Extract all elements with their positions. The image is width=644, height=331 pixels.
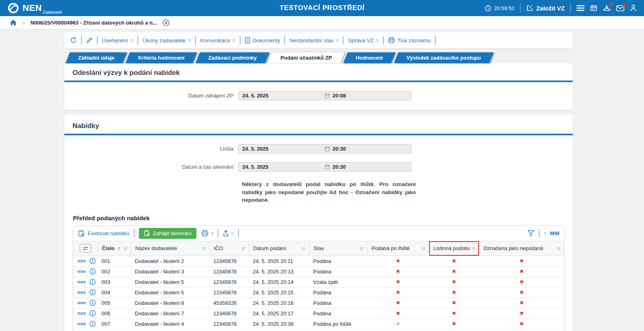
- oteviani-field[interactable]: 24. 5. 2025 20:30: [238, 162, 411, 172]
- notification-dot: [623, 4, 626, 7]
- chevron-down-icon[interactable]: ▽: [544, 232, 547, 236]
- offers-table-header: Číslo↑▽Název dodavatele▽IČO▽Datum podání…: [73, 241, 564, 256]
- menu-sprava-vz[interactable]: Správa VZ▽: [348, 37, 379, 43]
- tab-1[interactable]: Základní údaje: [68, 52, 125, 63]
- row-menu-icon[interactable]: [77, 260, 86, 263]
- table-row[interactable]: 006 Dodavatel - školení 7 12345678 24. 5…: [73, 308, 564, 319]
- cell-podana-po-lhute: ✖: [367, 300, 429, 306]
- calendar-small-icon: [325, 164, 330, 170]
- divider: [97, 36, 97, 44]
- offers-title: Přehled podaných nabídek: [73, 215, 573, 221]
- user-profile-button[interactable]: [630, 4, 637, 12]
- cell-cislo: 004: [97, 290, 131, 296]
- chevron-down-icon: ▽: [130, 39, 133, 43]
- row-menu-icon[interactable]: [77, 312, 86, 315]
- row-info-icon[interactable]: [89, 289, 96, 296]
- breadcrumb-item[interactable]: N006/25/V00004963 - Zřízení datových okr…: [31, 20, 157, 26]
- table-row[interactable]: 003 Dodavatel - školení 5 12345678 24. 5…: [73, 277, 564, 288]
- table-row[interactable]: 002 Dodavatel - školení 3 12345678 24. 5…: [73, 267, 564, 277]
- downloads-button[interactable]: [603, 4, 611, 12]
- close-icon[interactable]: [163, 19, 169, 26]
- menu-uverejneni[interactable]: Uveřejnění▽: [102, 37, 133, 43]
- row-info-icon[interactable]: [89, 300, 96, 306]
- divider: [195, 36, 196, 44]
- create-vz-button[interactable]: Založit VZ: [526, 4, 565, 12]
- nen-brand[interactable]: NENZadavatel: [7, 2, 62, 14]
- edit-button[interactable]: [86, 37, 93, 43]
- row-info-icon[interactable]: [89, 310, 96, 317]
- column-header-nepodana[interactable]: Označena jako nepodaná▽: [479, 241, 564, 256]
- time-value: 20:08: [332, 93, 346, 99]
- divider: [383, 36, 384, 44]
- divider: [570, 3, 571, 13]
- cell-podana-po-lhute: ✖: [367, 310, 429, 316]
- menu-nestandardni-stav[interactable]: Nestandardní stav▽: [289, 37, 339, 43]
- row-info-icon[interactable]: [89, 268, 96, 275]
- topbar: NENZadavatel TESTOVACÍ PROSTŘEDÍ 20:59:5…: [0, 0, 644, 16]
- menu-button[interactable]: [576, 5, 584, 11]
- table-row[interactable]: 007 Dodavatel - školení 4 12345678 24. 5…: [73, 319, 564, 329]
- column-header-datum[interactable]: Datum podání▽: [249, 241, 309, 256]
- cell-listinna-podoba: ✖: [429, 300, 479, 306]
- cell-stav: Podána: [309, 258, 367, 264]
- cell-listinna-podoba: ✖: [429, 269, 479, 274]
- undo-button[interactable]: [70, 37, 77, 44]
- table-row[interactable]: 005 Dodavatel - školení 6 45359326 24. 5…: [73, 298, 564, 308]
- filter-icon[interactable]: [527, 230, 535, 237]
- column-header-listinna[interactable]: Listinná podoba▽: [429, 241, 479, 256]
- divider: [520, 3, 520, 13]
- column-settings-button[interactable]: [80, 244, 91, 252]
- row-menu-icon[interactable]: [77, 291, 86, 294]
- menu-dokumenty[interactable]: Dokumenty: [245, 37, 280, 43]
- tab-2[interactable]: Kritéria hodnocení: [128, 52, 195, 63]
- table-row[interactable]: 001 Dodavatel - školení 2 12345678 24. 5…: [73, 256, 564, 267]
- cell-podana-po-lhute: ✖: [367, 258, 429, 264]
- print-table-button[interactable]: ▽: [201, 230, 213, 237]
- tab-5[interactable]: Hodnocení: [345, 52, 393, 63]
- datum-zahajeni-field[interactable]: 24. 5. 2025 20:08: [238, 91, 411, 100]
- offers-table: Evidovat nabídku Zahájit otevírání ▽ ▽: [73, 225, 565, 331]
- row-menu-icon[interactable]: [77, 302, 86, 304]
- evidovat-nabidku-button[interactable]: Evidovat nabídku: [78, 230, 130, 237]
- column-header-stav[interactable]: Stav▽: [309, 241, 367, 256]
- cell-oznacena-jako-nepodana: ✖: [479, 310, 564, 316]
- filter-caret-icon: ▽: [358, 247, 363, 251]
- messages-button[interactable]: [616, 5, 624, 11]
- export-button[interactable]: ▽: [223, 230, 234, 237]
- filter-caret-icon: ▽: [300, 247, 305, 251]
- calendar-small-icon: [325, 93, 330, 98]
- column-header-nazev[interactable]: Název dodavatele▽: [131, 241, 209, 256]
- column-header-cislo[interactable]: Číslo↑▽: [97, 241, 131, 256]
- table-row[interactable]: 004 Dodavatel - školení 5 12345678 24. 5…: [73, 288, 564, 298]
- cell-listinna-podoba: ✖: [429, 321, 479, 327]
- cell-datum-podani: 24. 5. 2025 20:17: [249, 310, 309, 317]
- print-record-button[interactable]: Tisk záznamu: [388, 37, 431, 43]
- cell-nazev-dodavatele: Dodavatel - školení 5: [131, 290, 209, 296]
- zahajit-oteviani-button[interactable]: Zahájit otevírání: [139, 228, 197, 239]
- row-info-icon[interactable]: [89, 279, 96, 285]
- user-views-badge[interactable]: MW: [550, 230, 559, 236]
- row-info-icon[interactable]: [89, 321, 96, 327]
- home-icon[interactable]: [10, 19, 17, 26]
- row-menu-icon[interactable]: [77, 323, 86, 325]
- calendar-button[interactable]: [590, 4, 597, 12]
- row-menu-icon[interactable]: [77, 270, 86, 273]
- offers-toolbar: Evidovat nabídku Zahájit otevírání ▽ ▽: [73, 226, 564, 241]
- lhuta-field[interactable]: 24. 5. 2025 20:30: [238, 144, 411, 153]
- cell-ico: 12345678: [209, 269, 249, 275]
- menu-komunikace[interactable]: Komunikace▽: [200, 37, 235, 43]
- tab-4[interactable]: Podání účastníků ZP: [270, 52, 343, 63]
- row-info-icon[interactable]: [89, 258, 96, 264]
- tab-3[interactable]: Zadávací podmínky: [198, 52, 267, 63]
- calendar-small-icon: [325, 146, 330, 151]
- table-row[interactable]: 008 Dodavatel - školení 6 45359326 24. 5…: [73, 329, 564, 331]
- column-header-po_lhute[interactable]: Podaná po lhůtě▽: [367, 241, 429, 256]
- tab-6[interactable]: Výsledek zadávacího postupu: [396, 52, 491, 63]
- column-header-ico[interactable]: IČO▽: [209, 241, 249, 256]
- divider: [218, 229, 218, 237]
- cell-stav: Vzata zpět: [309, 279, 367, 285]
- menu-ukony-zadavatele[interactable]: Úkony zadavatele▽: [142, 37, 191, 43]
- row-menu-icon[interactable]: [77, 281, 86, 283]
- cell-listinna-podoba: ✖: [429, 279, 479, 285]
- time-value: 20:30: [332, 164, 346, 170]
